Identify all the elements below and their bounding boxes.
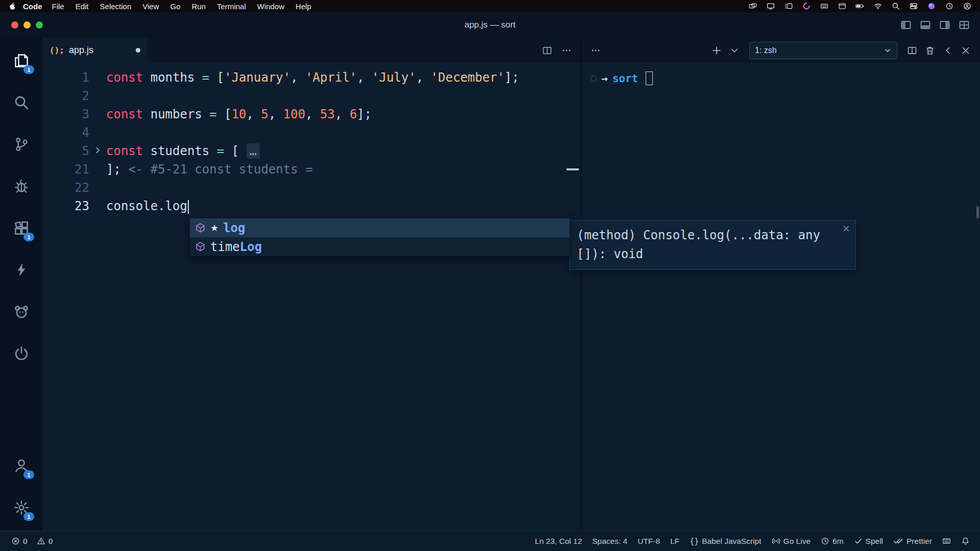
fold-column — [89, 87, 106, 105]
code-token: 100 — [283, 107, 305, 121]
menu-view[interactable]: View — [137, 2, 164, 11]
bear-icon — [13, 304, 30, 320]
menu-edit[interactable]: Edit — [70, 2, 94, 11]
code-editor[interactable]: 1const months = ['January', 'April', 'Ju… — [42, 63, 581, 531]
layout-sidebar-right-icon[interactable] — [939, 19, 950, 31]
window-icon[interactable] — [838, 2, 847, 10]
activity-power[interactable] — [0, 333, 42, 374]
menu-help[interactable]: Help — [290, 2, 317, 11]
display-icon[interactable] — [766, 2, 775, 10]
activity-source-control[interactable] — [0, 123, 42, 165]
error-count: 0 — [23, 537, 28, 546]
activity-debug[interactable] — [0, 165, 42, 207]
chevron-left-icon[interactable] — [943, 45, 953, 56]
terminal-more-actions-icon[interactable] — [591, 45, 601, 56]
code-token: 6 — [350, 107, 357, 121]
app-menu[interactable]: Code — [23, 2, 42, 11]
warning-count: 0 — [48, 537, 53, 546]
stats-icon[interactable] — [802, 2, 811, 10]
battery-icon[interactable] — [855, 2, 865, 10]
close-icon[interactable] — [842, 224, 850, 233]
new-terminal-button[interactable] — [712, 45, 722, 56]
line-number: 22 — [42, 179, 89, 197]
status-language-mode[interactable]: {}Babel JavaScript — [684, 531, 766, 551]
code-line-4: 4 — [42, 123, 581, 142]
activity-bear[interactable] — [0, 291, 42, 333]
code-line-2: 2 — [42, 87, 581, 105]
badge: 1 — [23, 233, 34, 241]
keyboard-icon — [942, 537, 951, 545]
layout-panel-icon[interactable] — [920, 19, 931, 31]
fold-chevron-icon[interactable] — [93, 142, 103, 160]
status-indentation[interactable]: Spaces: 4 — [587, 531, 632, 551]
suggest-widget: ★logtimeLog — [189, 218, 570, 257]
fold-column[interactable] — [89, 142, 106, 160]
code-token: = — [209, 107, 224, 121]
split-editor-icon[interactable] — [542, 45, 552, 56]
editor-group: (); app.js 1const months = ['January', '… — [42, 38, 581, 531]
split-icon[interactable] — [907, 45, 917, 56]
control-center-icon[interactable] — [909, 2, 918, 10]
menu-file[interactable]: File — [46, 2, 70, 11]
layout-grid-icon[interactable] — [959, 19, 970, 31]
status-eol[interactable]: LF — [665, 531, 684, 551]
code-line-21: 21]; <- #5-21 const students = — [42, 160, 581, 179]
tab-appjs[interactable]: (); app.js — [42, 38, 148, 63]
status-notifications[interactable] — [956, 531, 975, 551]
line-number: 21 — [42, 160, 89, 179]
terminal-session-select[interactable]: 1: zsh — [749, 42, 897, 59]
activity-account[interactable]: 1 — [0, 445, 42, 487]
code-token: console — [106, 199, 158, 213]
clock-icon-mac[interactable] — [945, 2, 954, 10]
status-prettier[interactable]: Prettier — [888, 531, 937, 551]
more-icon[interactable] — [561, 45, 572, 56]
wifi-icon[interactable] — [873, 2, 883, 10]
problems-indicator[interactable]: 0 0 — [6, 531, 58, 551]
menu-terminal[interactable]: Terminal — [211, 2, 252, 11]
suggestion-timeLog[interactable]: timeLog — [190, 237, 570, 256]
window-minimize-button[interactable] — [23, 21, 31, 29]
status-spell[interactable]: Spell — [849, 531, 888, 551]
activity-bar-top: 11 — [0, 40, 42, 374]
close-icon[interactable] — [961, 45, 971, 56]
menu-window[interactable]: Window — [252, 2, 290, 11]
window-zoom-button[interactable] — [36, 21, 43, 29]
language-mode-icon: {} — [690, 537, 699, 546]
status-go-live[interactable]: Go Live — [767, 531, 816, 551]
user-switch-icon[interactable] — [963, 2, 972, 10]
activity-gear[interactable]: 1 — [0, 487, 42, 529]
terminal-content[interactable]: → sort — [581, 63, 980, 531]
modified-indicator[interactable] — [136, 48, 140, 53]
siri-icon[interactable] — [927, 2, 936, 10]
stage-manager-icon[interactable] — [784, 2, 793, 10]
window-controls — [11, 21, 43, 29]
status-timer[interactable]: 6m — [816, 531, 849, 551]
menu-run[interactable]: Run — [186, 2, 212, 11]
activity-search[interactable] — [0, 82, 42, 123]
trash-icon[interactable] — [925, 45, 935, 56]
source-control-icon — [13, 136, 30, 153]
suggestion-log[interactable]: ★log — [190, 218, 570, 237]
editor-actions — [542, 38, 581, 63]
layout-sidebar-left-icon[interactable] — [900, 19, 912, 31]
apple-icon[interactable] — [8, 2, 17, 11]
status-cursor-position[interactable]: Ln 23, Col 12 — [530, 531, 587, 551]
terminal-scrollbar[interactable] — [976, 206, 979, 218]
code-token: 'July' — [372, 70, 416, 85]
status-keyboard[interactable] — [937, 531, 956, 551]
menu-go[interactable]: Go — [165, 2, 186, 11]
keyboard-brightness-icon[interactable] — [820, 2, 829, 10]
terminal-profile-chevron-icon[interactable] — [729, 45, 740, 56]
debug-icon — [13, 178, 30, 194]
activity-explorer[interactable]: 1 — [0, 40, 42, 82]
status-encoding[interactable]: UTF-8 — [632, 531, 665, 551]
menu-selection[interactable]: Selection — [94, 2, 137, 11]
double-check-icon — [893, 537, 903, 545]
command-decoration-circle[interactable] — [591, 76, 597, 82]
panel-action-icons — [907, 45, 971, 56]
window-close-button[interactable] — [11, 21, 18, 29]
spotlight-icon[interactable] — [891, 2, 900, 10]
activity-lightning[interactable] — [0, 249, 42, 291]
screen-mirroring-icon[interactable] — [748, 2, 757, 10]
activity-extensions[interactable]: 1 — [0, 207, 42, 249]
